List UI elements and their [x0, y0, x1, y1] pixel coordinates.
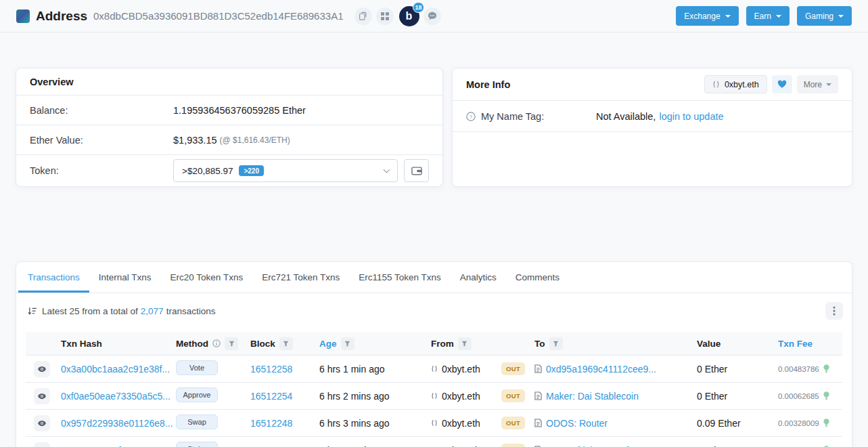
copy-address-button[interactable]	[355, 7, 372, 25]
col-age-label[interactable]: Age	[319, 339, 337, 349]
age-filter-button[interactable]	[341, 337, 355, 350]
apps-qr-button[interactable]	[376, 7, 394, 25]
txn-hash-link[interactable]: 0x295689a71f618e30a0...	[61, 445, 171, 447]
tab-erc20-token-txns[interactable]: Erc20 Token Txns	[161, 262, 253, 293]
transactions-card: Transactions Internal Txns Erc20 Token T…	[16, 261, 852, 447]
table-header-row: Txn Hash Method Block Age	[26, 332, 842, 356]
overview-card: Overview Balance: 1.195936456376059285 E…	[16, 68, 443, 187]
from-address[interactable]: 0xbyt.eth	[442, 418, 480, 429]
ens-name-badge[interactable]: 0xbyt.eth	[704, 75, 767, 93]
more-options-button[interactable]: More	[797, 75, 838, 93]
txn-hash-link[interactable]: 0xf0ae50eae73350a5c5...	[61, 391, 170, 402]
value-cell: 0 Ether	[697, 391, 778, 402]
chat-notification-badge: 18	[413, 2, 424, 13]
block-link[interactable]: 16512248	[250, 418, 292, 429]
txn-hash-link[interactable]: 0x3a00bc1aaa2c91e38f...	[61, 364, 170, 375]
to-address-link[interactable]: ODOS: Router	[546, 418, 608, 429]
favorite-button[interactable]	[772, 75, 792, 93]
ether-value: $1,933.15	[173, 135, 217, 146]
svg-text:?: ?	[470, 114, 473, 120]
tab-erc721-token-txns[interactable]: Erc721 Token Txns	[252, 262, 349, 293]
method-filter-button[interactable]	[225, 337, 238, 350]
token-total-value: >$20,885.97	[182, 166, 233, 176]
earn-button-label: Earn	[754, 12, 771, 21]
chevron-down-icon	[776, 15, 781, 18]
summary-prefix: Latest 25 from a total of	[42, 306, 138, 316]
tab-internal-txns[interactable]: Internal Txns	[89, 262, 161, 293]
col-method: Method	[176, 337, 250, 350]
block-link[interactable]: 16512258	[250, 364, 292, 375]
blockscan-chat-button[interactable]: b 18	[399, 6, 419, 26]
col-method-label: Method	[176, 339, 208, 349]
tab-erc1155-token-txns[interactable]: Erc1155 Token Txns	[349, 262, 451, 293]
transactions-count-link[interactable]: 2,077	[141, 306, 164, 316]
preview-txn-button[interactable]	[34, 388, 50, 404]
gas-bulb-icon	[823, 364, 829, 373]
balance-value: 1.195936456376059285 Ether	[173, 105, 306, 116]
from-address[interactable]: 0xbyt.eth	[442, 364, 480, 375]
to-address-link[interactable]: Maker: Dai Stablecoin	[546, 391, 639, 402]
method-badge: Swap	[176, 414, 218, 429]
gaming-button-label: Gaming	[805, 12, 833, 21]
block-link[interactable]: 16512254	[250, 391, 292, 402]
col-block: Block	[250, 337, 319, 350]
block-filter-button[interactable]	[279, 337, 293, 350]
col-txn-hash: Txn Hash	[61, 339, 176, 349]
gas-bulb-icon	[823, 419, 829, 427]
preview-txn-button[interactable]	[34, 442, 50, 447]
name-tag-row: ? My Name Tag: Not Available, login to u…	[453, 101, 852, 132]
heart-icon	[777, 80, 787, 89]
tab-comments[interactable]: Comments	[506, 262, 569, 293]
from-filter-button[interactable]	[458, 337, 472, 350]
summary-suffix: transactions	[166, 306, 216, 316]
age-value: 6 hrs 2 mins ago	[319, 391, 431, 402]
overview-card-title: Overview	[16, 68, 442, 95]
table-options-kebab-button[interactable]	[825, 302, 843, 320]
block-link[interactable]: 16512165	[250, 445, 292, 447]
preview-txn-button[interactable]	[34, 361, 50, 377]
transactions-summary: Latest 25 from a total of 2,077 transact…	[16, 293, 852, 326]
eye-icon	[38, 393, 46, 400]
filter-funnel-icon	[283, 341, 289, 347]
txn-fee-value: 0.00483786	[778, 365, 819, 373]
ens-brackets-icon	[431, 365, 438, 372]
age-value: 6 hrs 19 mins ago	[319, 445, 431, 447]
to-address-link[interactable]: 0xd95a1969c41112cee9...	[546, 364, 656, 375]
direction-badge: OUT	[501, 417, 525, 429]
table-row: 0x3a00bc1aaa2c91e38f... Vote 16512258 6 …	[26, 356, 842, 383]
col-from: From	[431, 337, 501, 350]
filter-funnel-icon	[344, 341, 350, 347]
from-address[interactable]: 0xbyt.eth	[442, 445, 480, 447]
col-txn-fee[interactable]: Txn Fee	[778, 339, 842, 349]
value-cell: 0 Ether	[697, 445, 778, 447]
to-filter-button[interactable]	[549, 337, 563, 350]
comment-button[interactable]	[424, 7, 441, 25]
chevron-down-icon	[838, 15, 844, 18]
info-circle-icon	[212, 339, 221, 347]
txn-hash-link[interactable]: 0x957d229938e01126e8...	[61, 418, 173, 429]
method-badge: Approve	[176, 387, 218, 402]
token-wallet-button[interactable]	[404, 159, 429, 182]
exchange-button[interactable]: Exchange	[676, 6, 738, 26]
chevron-down-icon	[384, 166, 390, 173]
tab-analytics[interactable]: Analytics	[451, 262, 506, 293]
apps-grid-icon	[381, 12, 389, 20]
token-count-badge: >220	[239, 165, 264, 176]
earn-button[interactable]: Earn	[746, 6, 790, 26]
login-to-update-link[interactable]: login to update	[659, 111, 723, 122]
to-address-link[interactable]: 0x0e3efd5be54cc0f4c64...	[546, 445, 657, 447]
col-age: Age	[319, 337, 431, 350]
token-dropdown[interactable]: >$20,885.97 >220	[173, 159, 398, 182]
col-to-label: To	[534, 339, 545, 349]
preview-txn-button[interactable]	[34, 415, 50, 431]
chevron-down-icon	[826, 83, 831, 86]
ether-value-label: Ether Value:	[30, 135, 173, 146]
direction-badge: OUT	[501, 362, 525, 375]
table-row: 0x295689a71f618e30a0... Stake 16512165 6…	[26, 437, 842, 447]
name-tag-value: Not Available,	[596, 111, 656, 122]
ether-rate: (@ $1,616.43/ETH)	[220, 135, 290, 145]
gaming-button[interactable]: Gaming	[797, 6, 852, 26]
tab-transactions[interactable]: Transactions	[18, 262, 89, 293]
from-address[interactable]: 0xbyt.eth	[442, 391, 480, 402]
chevron-down-icon	[725, 15, 731, 18]
